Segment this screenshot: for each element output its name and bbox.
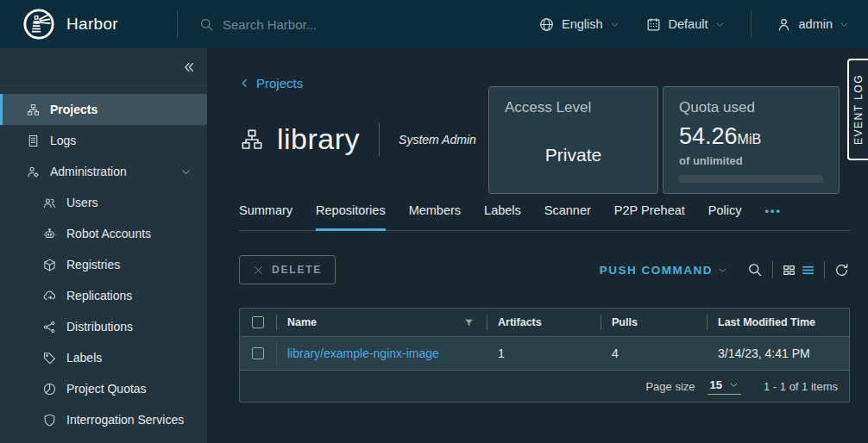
table-row[interactable]: library/example-nginx-image 1 4 3/14/23,… (240, 337, 849, 370)
breadcrumb-projects-link[interactable]: Projects (239, 76, 303, 90)
sidebar-item-users[interactable]: Users (0, 187, 207, 218)
tab-scanner[interactable]: Scanner (544, 203, 591, 231)
sidebar-item-label: Logs (50, 134, 76, 147)
tab-repositories[interactable]: Repositories (316, 203, 386, 231)
table-footer: Page size 15 1 - 1 of 1 items (240, 370, 849, 402)
sidebar-item-label: Users (66, 196, 98, 209)
project-tabs: Summary Repositories Members Labels Scan… (239, 203, 850, 231)
sidebar-item-distributions[interactable]: Distributions (0, 311, 207, 342)
filter-icon[interactable] (463, 317, 475, 328)
x-icon (253, 265, 264, 276)
title-divider (379, 123, 380, 156)
brand-block[interactable]: Harbor (0, 8, 177, 41)
push-command-label: PUSH COMMAND (600, 264, 713, 277)
event-log-tab[interactable]: EVENT LOG (847, 59, 868, 160)
card-view-icon[interactable] (782, 263, 796, 278)
sidebar-item-logs[interactable]: Logs (0, 125, 207, 156)
delete-button-label: DELETE (272, 264, 322, 276)
tab-members[interactable]: Members (409, 203, 461, 231)
robot-icon (42, 227, 57, 241)
row-select-cell (240, 337, 276, 370)
sidebar-item-label: Administration (50, 165, 127, 178)
tab-p2p-preheat[interactable]: P2P Preheat (614, 203, 685, 231)
org-chart-icon (26, 103, 41, 117)
select-all-checkbox[interactable] (252, 316, 264, 328)
quota-progress-bar (679, 175, 823, 183)
row-checkbox[interactable] (252, 347, 264, 359)
page-size-label: Page size (645, 380, 695, 393)
quota-card: Quota used 54.26 MiB of unlimited (663, 86, 840, 194)
last-modified-cell: 3/14/23, 4:41 PM (707, 337, 849, 370)
list-view-icon[interactable] (801, 263, 815, 278)
sidebar-item-label: Registries (66, 258, 120, 271)
user-menu-dropdown[interactable]: admin (776, 16, 850, 33)
column-header-pulls: Pulls (601, 309, 707, 336)
users-icon (42, 196, 57, 210)
language-dropdown[interactable]: English (538, 16, 620, 33)
cube-icon (42, 258, 57, 272)
globe-icon (538, 16, 555, 33)
theme-label: Default (669, 17, 708, 31)
table-header-row: Name Artifacts Pulls Last Modified Time (240, 309, 849, 337)
access-level-card: Access Level Private (488, 86, 658, 194)
sidebar-item-label: Replications (66, 289, 132, 303)
sidebar-item-registries[interactable]: Registries (0, 249, 207, 280)
quota-unit: MiB (738, 132, 762, 147)
column-header-artifacts: Artifacts (487, 309, 601, 336)
chevron-down-icon (840, 20, 849, 29)
quota-label: Quota used (679, 99, 823, 116)
page-size-select[interactable]: 15 (708, 378, 741, 395)
sidebar: Projects Logs Administration (0, 48, 207, 443)
toolbar-divider (824, 261, 825, 278)
column-header-name: Name (276, 309, 487, 336)
repo-name-cell: library/example-nginx-image (276, 337, 487, 370)
sidebar-item-project-quotas[interactable]: Project Quotas (0, 373, 207, 404)
sidebar-collapse-button[interactable] (0, 48, 207, 86)
global-search (198, 16, 412, 33)
main-content: Projects library System Admin Access Lev… (207, 48, 868, 443)
search-repositories-icon[interactable] (746, 261, 764, 278)
header-divider (751, 9, 752, 39)
push-command-dropdown[interactable]: PUSH COMMAND (600, 264, 727, 277)
chevron-down-icon (180, 166, 192, 178)
search-input[interactable] (223, 17, 412, 32)
repositories-toolbar: DELETE PUSH COMMAND (239, 255, 850, 284)
sidebar-item-interrogation-services[interactable]: Interrogation Services (0, 404, 207, 435)
access-level-label: Access Level (505, 99, 642, 116)
tab-policy[interactable]: Policy (708, 203, 742, 231)
delete-button[interactable]: DELETE (239, 255, 336, 284)
tab-summary[interactable]: Summary (239, 203, 292, 231)
chevron-down-icon (718, 265, 727, 275)
search-icon (198, 16, 215, 33)
chevron-down-icon (729, 380, 739, 390)
user-label: admin (799, 17, 833, 31)
column-header-last-modified: Last Modified Time (707, 309, 849, 336)
sidebar-item-label: Labels (66, 351, 102, 365)
sidebar-item-administration[interactable]: Administration (0, 156, 207, 187)
theme-dropdown[interactable]: Default (645, 16, 725, 33)
theme-icon (645, 16, 662, 33)
sidebar-item-labels[interactable]: Labels (0, 342, 207, 373)
refresh-icon[interactable] (833, 262, 850, 278)
sidebar-item-robot-accounts[interactable]: Robot Accounts (0, 218, 207, 249)
shield-icon (42, 413, 57, 427)
tab-overflow-button[interactable]: ••• (764, 204, 782, 231)
app-header: Harbor English (0, 0, 868, 48)
user-role-badge: System Admin (399, 133, 476, 147)
sidebar-item-projects[interactable]: Projects (0, 94, 207, 125)
tab-labels[interactable]: Labels (484, 203, 521, 231)
sidebar-item-label: Robot Accounts (66, 227, 151, 240)
sidebar-item-replications[interactable]: Replications (0, 280, 207, 311)
breadcrumb-label: Projects (256, 76, 303, 90)
repositories-table: Name Artifacts Pulls Last Modified Time … (239, 308, 850, 402)
cloud-sync-icon (42, 289, 57, 303)
project-title-row: library System Admin (239, 122, 476, 156)
pie-icon (42, 382, 57, 396)
quota-value: 54.26 (679, 123, 738, 150)
repository-link[interactable]: library/example-nginx-image (287, 346, 439, 360)
harbor-logo-icon (22, 8, 55, 41)
toolbar-divider (772, 261, 773, 278)
sidebar-item-label: Project Quotas (66, 382, 147, 396)
page-title: library (277, 122, 360, 156)
header-controls: English Default (538, 9, 868, 39)
